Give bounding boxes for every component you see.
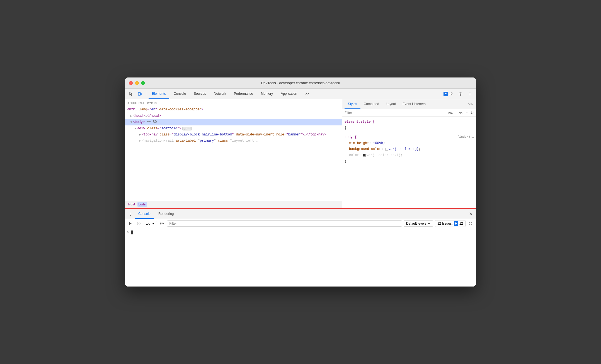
style-rule-body: body { (index):1 min-height: 100vh; back… <box>345 134 474 164</box>
tab-computed[interactable]: Computed <box>360 100 382 109</box>
console-issues-label: 12 Issues: <box>437 222 453 225</box>
toolbar-right: ⚑ 12 <box>441 90 474 98</box>
svg-point-10 <box>161 223 163 224</box>
maximize-button[interactable] <box>141 81 145 85</box>
style-property-background-color[interactable]: background-color: var(--color-bg); <box>349 146 474 152</box>
svg-rect-1 <box>141 93 142 95</box>
color-swatch-text <box>363 154 366 157</box>
refresh-style-button[interactable]: ↻ <box>471 111 474 115</box>
minimize-button[interactable] <box>135 81 139 85</box>
drawer-tab-rendering[interactable]: Rendering <box>155 209 177 219</box>
toolbar-divider <box>146 91 146 97</box>
context-selector[interactable]: top ▼ <box>144 221 157 226</box>
elements-panel: <!DOCTYPE html> <html lang="en" data-coo… <box>125 99 342 208</box>
close-button[interactable] <box>129 81 133 85</box>
tab-layout[interactable]: Layout <box>382 100 399 109</box>
console-settings-button[interactable] <box>467 220 474 227</box>
customize-button[interactable] <box>466 90 474 98</box>
tab-elements[interactable]: Elements <box>149 89 169 99</box>
dom-doctype[interactable]: <!DOCTYPE html> <box>125 100 342 106</box>
tab-console[interactable]: Console <box>170 89 189 99</box>
execute-script-button[interactable] <box>127 220 134 227</box>
settings-button[interactable] <box>457 90 464 98</box>
tab-memory[interactable]: Memory <box>258 89 276 99</box>
context-label: top <box>146 222 151 225</box>
svg-rect-0 <box>138 93 140 95</box>
styles-more-button[interactable]: >> <box>467 101 474 108</box>
device-toolbar-button[interactable] <box>136 90 144 98</box>
top-toolbar: Elements Console Sources Network Perform… <box>125 89 476 99</box>
context-dropdown-arrow: ▼ <box>152 222 155 225</box>
dom-top-nav[interactable]: ▶<top-nav class="display-block hairline-… <box>125 132 342 138</box>
add-style-button[interactable]: + <box>466 110 468 115</box>
dom-div-scaffold[interactable]: ▼<div class="scaffold">grid <box>125 125 342 132</box>
styles-panel: Styles Computed Layout Event Listeners >… <box>342 99 476 208</box>
breadcrumb-bar: html body <box>125 201 342 208</box>
svg-point-11 <box>470 223 471 224</box>
console-issues-icon: ⚑ <box>454 221 458 226</box>
svg-point-2 <box>460 93 461 94</box>
traffic-lights <box>129 81 145 85</box>
console-issues-count: 12 <box>459 222 463 225</box>
style-rule-element: element.style { } <box>345 119 474 131</box>
style-selector-body[interactable]: body { (index):1 <box>345 134 474 140</box>
console-prompt-line[interactable]: > <box>127 230 474 234</box>
dom-head[interactable]: ▶<head>…</head> <box>125 113 342 119</box>
breadcrumb-html[interactable]: html <box>127 202 137 207</box>
console-issues-button[interactable]: 12 Issues: ⚑ 12 <box>435 220 466 227</box>
prompt-arrow: > <box>127 230 129 234</box>
tab-network[interactable]: Network <box>210 89 229 99</box>
style-property-min-height[interactable]: min-height: 100vh; <box>349 140 474 147</box>
color-swatch-bg <box>385 148 388 151</box>
console-cursor <box>131 230 133 234</box>
title-bar: DevTools - developer.chrome.com/docs/dev… <box>125 77 476 89</box>
svg-line-8 <box>138 223 140 224</box>
console-drawer: ⋮ Console Rendering ✕ <box>125 208 476 287</box>
dom-body[interactable]: ▼<body> == $0 <box>125 119 342 125</box>
more-tabs-button[interactable]: >> <box>302 89 312 99</box>
styles-filter-input[interactable] <box>345 111 444 115</box>
console-toolbar: top ▼ Default levels ▼ 12 Issues: ⚑ <box>125 219 476 228</box>
style-rule-close-element: } <box>345 125 474 131</box>
issues-button[interactable]: ⚑ 12 <box>441 91 455 97</box>
clear-console-button[interactable] <box>135 220 142 227</box>
log-levels-arrow: ▼ <box>427 222 431 225</box>
svg-point-9 <box>160 222 163 225</box>
styles-content: element.style { } body { (index):1 <box>342 117 476 208</box>
svg-point-5 <box>470 94 471 95</box>
style-selector-element[interactable]: element.style { <box>345 119 474 125</box>
log-levels-label: Default levels <box>406 222 426 225</box>
drawer-close-button[interactable]: ✕ <box>467 211 474 217</box>
tab-application[interactable]: Application <box>277 89 300 99</box>
dom-navigation-rail[interactable]: ▶<navigation-rail aria-label="primary" c… <box>125 138 342 144</box>
main-content: <!DOCTYPE html> <html lang="en" data-coo… <box>125 99 476 208</box>
svg-point-4 <box>470 93 471 94</box>
console-content[interactable]: > <box>125 228 476 287</box>
tab-styles[interactable]: Styles <box>345 100 360 109</box>
tab-sources[interactable]: Sources <box>190 89 209 99</box>
tab-event-listeners[interactable]: Event Listeners <box>399 100 429 109</box>
window-title: DevTools - developer.chrome.com/docs/dev… <box>261 81 340 85</box>
breadcrumb-body[interactable]: body <box>137 202 147 207</box>
cls-button[interactable]: .cls <box>457 111 464 115</box>
svg-point-3 <box>470 92 471 93</box>
style-rule-close-body: } <box>345 159 474 165</box>
drawer-tab-console[interactable]: Console <box>135 209 154 219</box>
issues-icon: ⚑ <box>444 92 448 96</box>
live-expressions-button[interactable] <box>159 220 165 227</box>
styles-filter-bar: :hov .cls + ↻ <box>342 109 476 117</box>
select-element-button[interactable] <box>127 90 135 98</box>
dom-html[interactable]: <html lang="en" data-cookies-accepted> <box>125 106 342 113</box>
hov-button[interactable]: :hov <box>446 111 454 115</box>
issues-count: 12 <box>449 92 453 96</box>
tab-performance[interactable]: Performance <box>231 89 256 99</box>
styles-tabs: Styles Computed Layout Event Listeners >… <box>342 99 476 109</box>
dom-tree: <!DOCTYPE html> <html lang="en" data-coo… <box>125 99 342 201</box>
drawer-menu-button[interactable]: ⋮ <box>127 211 134 217</box>
log-levels-button[interactable]: Default levels ▼ <box>404 220 433 227</box>
svg-marker-6 <box>129 222 132 225</box>
console-filter-input[interactable] <box>167 220 402 227</box>
devtools-body: Elements Console Sources Network Perform… <box>125 89 476 287</box>
style-property-color[interactable]: color: var(--color-text); <box>349 152 474 159</box>
drawer-header: ⋮ Console Rendering ✕ <box>125 209 476 219</box>
